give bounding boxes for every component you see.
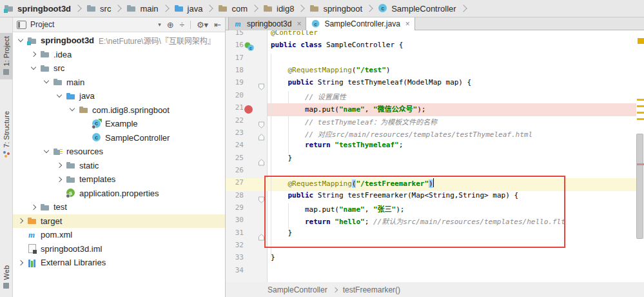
- chevron-right-icon: [115, 5, 122, 12]
- tree-item-springboot3d.iml[interactable]: springboot3d.iml: [13, 242, 225, 256]
- chevron-down-icon[interactable]: [55, 92, 63, 100]
- sidebar-item-structure[interactable]: 7: Structure: [0, 108, 13, 161]
- line-number: 19: [226, 78, 244, 87]
- code-line-26[interactable]: 26: [226, 166, 644, 178]
- close-icon[interactable]: ×: [405, 19, 410, 28]
- chevron-right-icon[interactable]: [17, 259, 24, 267]
- chevron-down-icon[interactable]: [17, 37, 24, 45]
- tree-item-example[interactable]: cExample: [13, 117, 225, 131]
- code-line-28[interactable]: 28public String testFreemarker(Map<Strin…: [226, 191, 644, 203]
- editor-breadcrumb-item[interactable]: SampleController: [268, 285, 327, 294]
- editor-breadcrumb-item[interactable]: testFreemarker(): [343, 285, 400, 294]
- chevron-down-icon[interactable]: [43, 148, 50, 156]
- tree-item-resources[interactable]: resources: [13, 145, 225, 159]
- code-line-31[interactable]: 31}: [226, 229, 644, 241]
- tree-item-label: pom.xml: [41, 230, 72, 240]
- code-line-19[interactable]: 19public String testThymeleaf(ModelMap m…: [226, 78, 644, 90]
- chevron-right-icon: [332, 287, 337, 292]
- project-panel-title: Project: [30, 20, 54, 29]
- breadcrumb: springboot3dsrcmainjavacomidig8springboo…: [0, 0, 644, 17]
- breakpoint-icon[interactable]: [244, 105, 253, 114]
- folder-icon: [40, 202, 50, 212]
- tree-item-application.properties[interactable]: sapplication.properties: [13, 187, 225, 201]
- chevron-down-icon[interactable]: [30, 65, 37, 72]
- tree-item-src[interactable]: src: [13, 61, 225, 76]
- tree-item-main[interactable]: main: [13, 76, 225, 90]
- tree-item-label: springboot3d: [41, 36, 94, 45]
- code-line-17[interactable]: 17: [226, 54, 644, 66]
- breadcrumb-item-java[interactable]: java: [173, 3, 204, 14]
- breadcrumb-item-src[interactable]: src: [86, 3, 112, 14]
- tree-item-external-libraries[interactable]: External Libraries: [13, 256, 225, 270]
- sidebar-item-project[interactable]: 1: Project: [0, 33, 13, 79]
- code-line-16[interactable]: 16cpublic class SampleController {: [226, 41, 644, 53]
- tree-item-label: templates: [79, 174, 115, 184]
- tree-item-com.idig8.springboot[interactable]: com.idig8.springboot: [13, 103, 225, 118]
- editor-area: mspringboot3d×cSampleController.java× 15…: [226, 17, 644, 297]
- line-number: 24: [226, 141, 244, 149]
- chevron-down-icon[interactable]: [43, 78, 50, 86]
- module-icon: [4, 3, 14, 14]
- changed-lines-mark: [637, 118, 644, 120]
- source-folder-icon: [66, 91, 76, 101]
- tab-springboot3d[interactable]: mspringboot3d×: [228, 17, 306, 30]
- project-panel-icon: [17, 21, 26, 29]
- changed-lines-mark: [637, 105, 644, 107]
- code-line-25[interactable]: 25}: [226, 154, 644, 166]
- source-folder-icon: [174, 3, 184, 14]
- breadcrumb-item-idig8[interactable]: idig8: [262, 3, 295, 14]
- folder-icon: [66, 174, 76, 185]
- folder-icon: [40, 49, 50, 59]
- line-number: 31: [226, 229, 244, 237]
- code-line-15[interactable]: 15@Controller: [226, 30, 644, 41]
- line-number: 32: [226, 241, 244, 249]
- chevron-right-icon[interactable]: [55, 176, 63, 183]
- changed-lines-mark: [637, 112, 644, 114]
- tree-item-springboot3d[interactable]: springboot3dE:\netFuture\源码\『互联网架构』: [13, 34, 225, 48]
- chevron-right-icon[interactable]: [17, 217, 24, 225]
- breadcrumb-item-springboot3d[interactable]: springboot3d: [3, 3, 72, 14]
- tree-item-label: resources: [66, 147, 103, 156]
- scrollbar-thumb[interactable]: [636, 134, 643, 239]
- tree-item-.idea[interactable]: .idea: [13, 48, 225, 62]
- code-line-18[interactable]: 18@RequestMapping("/test"): [226, 66, 644, 78]
- chevron-right-icon[interactable]: [55, 161, 63, 169]
- tree-item-pom.xml[interactable]: mpom.xml: [13, 228, 225, 242]
- breadcrumb-item-main[interactable]: main: [126, 3, 159, 14]
- tree-item-target[interactable]: target: [13, 214, 225, 229]
- class-gutter-icon: c: [244, 42, 255, 52]
- line-number: 15: [226, 30, 244, 37]
- excluded-folder-icon: [27, 216, 37, 226]
- code-line-33[interactable]: 33}: [226, 253, 644, 265]
- breadcrumb-item-SampleController[interactable]: cSampleController: [377, 3, 456, 14]
- tree-item-static[interactable]: static: [13, 159, 225, 173]
- tree-item-test[interactable]: test: [13, 200, 225, 214]
- folder-icon: [66, 160, 76, 170]
- line-number: 23: [226, 128, 244, 137]
- chevron-right-icon: [298, 5, 305, 12]
- breadcrumb-item-com[interactable]: com: [217, 3, 248, 14]
- breadcrumb-label: main: [140, 4, 158, 14]
- tree-item-templates[interactable]: templates: [13, 172, 225, 187]
- sidebar-item-web[interactable]: Web: [0, 262, 13, 293]
- breadcrumb-item-springboot[interactable]: springboot: [309, 3, 363, 14]
- tree-item-java[interactable]: java: [13, 89, 225, 103]
- chevron-right-icon[interactable]: [30, 50, 37, 58]
- editor-viewport[interactable]: 15@Controller16cpublic class SampleContr…: [226, 30, 644, 282]
- tab-samplecontroller-java[interactable]: cSampleController.java×: [306, 17, 415, 30]
- code-line-32[interactable]: 32: [226, 241, 644, 253]
- chevron-right-icon[interactable]: [30, 203, 37, 211]
- collapse-all-button[interactable]: ÷: [180, 21, 184, 29]
- code-line-34[interactable]: 34: [226, 266, 644, 278]
- code-line-27[interactable]: 27@RequestMapping("/testFreemarker"): [226, 178, 644, 190]
- chevron-down-icon[interactable]: [68, 106, 76, 114]
- hide-panel-button[interactable]: ⇤: [214, 21, 221, 29]
- close-icon[interactable]: ×: [297, 19, 301, 28]
- tree-item-samplecontroller[interactable]: cSampleController: [13, 131, 225, 145]
- settings-button[interactable]: ⚙▾: [197, 21, 208, 29]
- line-number: 22: [226, 116, 244, 125]
- tree-spacer: [81, 120, 89, 128]
- editor-scrollbar[interactable]: [636, 30, 644, 282]
- locate-button[interactable]: ⊕: [167, 21, 174, 29]
- folder-icon: [86, 3, 97, 14]
